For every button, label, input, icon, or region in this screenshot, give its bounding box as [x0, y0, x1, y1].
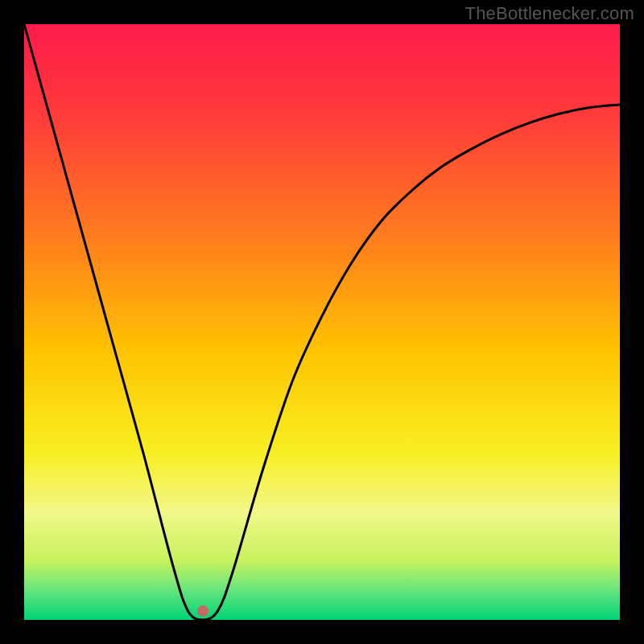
plot-area: [24, 24, 620, 620]
curve-layer: [24, 24, 620, 620]
optimal-point-dot: [197, 605, 208, 617]
bottleneck-curve: [24, 24, 620, 620]
chart-frame: TheBottlenecker.com: [0, 0, 644, 644]
site-watermark: TheBottlenecker.com: [465, 3, 634, 24]
